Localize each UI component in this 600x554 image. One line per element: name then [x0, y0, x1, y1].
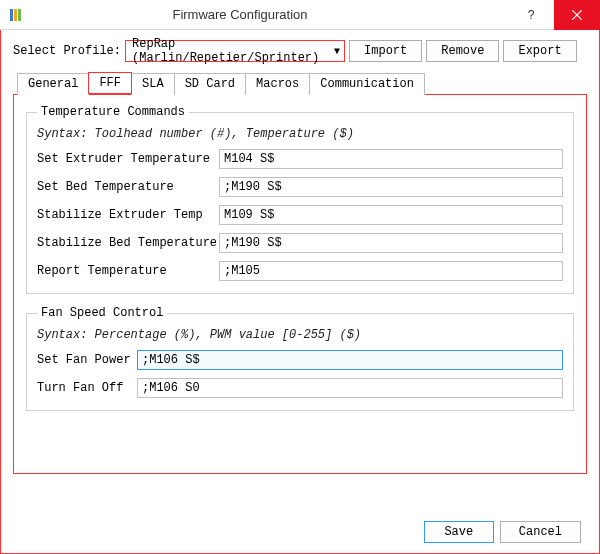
close-button[interactable] — [554, 0, 600, 30]
report-temp-input[interactable] — [219, 261, 563, 281]
set-extruder-temp-input[interactable] — [219, 149, 563, 169]
cancel-button[interactable]: Cancel — [500, 521, 581, 543]
tab-macros[interactable]: Macros — [245, 73, 310, 95]
stabilize-extruder-label: Stabilize Extruder Temp — [37, 208, 219, 222]
report-temp-label: Report Temperature — [37, 264, 219, 278]
turn-fan-off-input[interactable] — [137, 378, 563, 398]
help-button[interactable]: ? — [508, 0, 554, 30]
select-profile-label: Select Profile: — [13, 44, 121, 58]
export-button[interactable]: Export — [503, 40, 576, 62]
temperature-commands-legend: Temperature Commands — [37, 105, 189, 119]
profile-select-value: RepRap (Marlin/Repetier/Sprinter) — [132, 37, 334, 65]
temperature-syntax: Syntax: Toolhead number (#), Temperature… — [37, 127, 563, 141]
save-button[interactable]: Save — [424, 521, 494, 543]
stabilize-bed-label: Stabilize Bed Temperature — [37, 236, 219, 250]
stabilize-extruder-input[interactable] — [219, 205, 563, 225]
titlebar: Firmware Configuration ? — [0, 0, 600, 30]
remove-button[interactable]: Remove — [426, 40, 499, 62]
set-fan-power-input[interactable] — [137, 350, 563, 370]
fan-speed-legend: Fan Speed Control — [37, 306, 167, 320]
tab-sla[interactable]: SLA — [131, 73, 175, 95]
profile-select[interactable]: RepRap (Marlin/Repetier/Sprinter) ▼ — [125, 40, 345, 62]
turn-fan-off-label: Turn Fan Off — [37, 381, 137, 395]
tab-panel-fff: Temperature Commands Syntax: Toolhead nu… — [13, 94, 587, 474]
tab-fff[interactable]: FFF — [88, 72, 132, 94]
fan-speed-group: Fan Speed Control Syntax: Percentage (%)… — [26, 306, 574, 411]
stabilize-bed-input[interactable] — [219, 233, 563, 253]
tabs: General FFF SLA SD Card Macros Communica… — [17, 72, 587, 94]
set-bed-temp-input[interactable] — [219, 177, 563, 197]
tab-general[interactable]: General — [17, 73, 89, 95]
temperature-commands-group: Temperature Commands Syntax: Toolhead nu… — [26, 105, 574, 294]
tab-communication[interactable]: Communication — [309, 73, 425, 95]
chevron-down-icon: ▼ — [334, 46, 340, 57]
fan-syntax: Syntax: Percentage (%), PWM value [0-255… — [37, 328, 563, 342]
import-button[interactable]: Import — [349, 40, 422, 62]
set-fan-power-label: Set Fan Power — [37, 353, 137, 367]
window-title: Firmware Configuration — [0, 7, 508, 22]
set-extruder-temp-label: Set Extruder Temperature — [37, 152, 219, 166]
set-bed-temp-label: Set Bed Temperature — [37, 180, 219, 194]
tab-sdcard[interactable]: SD Card — [174, 73, 246, 95]
